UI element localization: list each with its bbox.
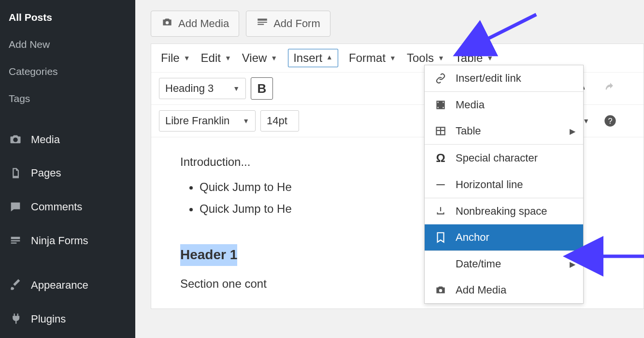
caret-down-icon: ▼ bbox=[184, 54, 190, 62]
insert-datetime[interactable]: Date/time ▶ bbox=[425, 251, 583, 277]
add-media-button[interactable]: Add Media bbox=[151, 11, 239, 37]
caret-down-icon: ▼ bbox=[438, 54, 444, 62]
hr-icon bbox=[434, 178, 447, 191]
insert-nbsp[interactable]: Nonbreaking space bbox=[425, 198, 583, 224]
main-area: Add Media Add Form File ▼ Edit ▼ View ▼ … bbox=[135, 0, 644, 338]
sidebar-item-users[interactable]: Users bbox=[0, 336, 135, 338]
svg-text:?: ? bbox=[608, 117, 612, 125]
caret-down-icon[interactable]: ▼ bbox=[583, 117, 589, 125]
link-icon bbox=[434, 72, 447, 85]
caret-up-icon: ▼ bbox=[326, 54, 333, 62]
sidebar-sub-categories[interactable]: Categories bbox=[0, 58, 135, 85]
camera-music-icon bbox=[434, 284, 447, 296]
caret-down-icon: ▼ bbox=[487, 54, 493, 62]
form-icon bbox=[9, 234, 22, 248]
sidebar-item-comments[interactable]: Comments bbox=[0, 190, 135, 224]
nbsp-icon bbox=[434, 205, 447, 218]
table-icon bbox=[434, 125, 447, 137]
help-button[interactable]: ? bbox=[599, 110, 621, 132]
add-form-button[interactable]: Add Form bbox=[246, 11, 330, 37]
film-icon bbox=[434, 99, 447, 111]
pages-icon bbox=[9, 166, 22, 180]
menu-edit[interactable]: Edit ▼ bbox=[201, 51, 231, 65]
font-size-select[interactable]: 14pt bbox=[260, 110, 299, 132]
sidebar-sub-all-posts[interactable]: All Posts bbox=[0, 4, 135, 31]
submenu-caret-icon: ▶ bbox=[570, 260, 575, 269]
sidebar-sub-tags[interactable]: Tags bbox=[0, 85, 135, 112]
insert-table[interactable]: Table ▶ bbox=[425, 118, 583, 144]
camera-icon bbox=[9, 132, 22, 146]
sidebar-label: Ninja Forms bbox=[31, 231, 88, 251]
bookmark-icon bbox=[434, 231, 447, 244]
caret-down-icon: ▼ bbox=[389, 54, 396, 62]
insert-dropdown: Insert/edit link Media Table ▶ Ω Special… bbox=[424, 65, 584, 304]
block-format-select[interactable]: Heading 3 ▼ bbox=[159, 78, 246, 99]
sidebar-item-appearance[interactable]: Appearance bbox=[0, 268, 135, 302]
redo-button[interactable] bbox=[599, 77, 621, 100]
sidebar-item-media[interactable]: Media bbox=[0, 123, 135, 157]
sidebar-item-plugins[interactable]: Plugins bbox=[0, 302, 135, 336]
font-family-select[interactable]: Libre Franklin ▼ bbox=[159, 110, 256, 132]
insert-hr[interactable]: Horizontal line bbox=[425, 172, 583, 198]
sidebar-item-pages[interactable]: Pages bbox=[0, 156, 135, 190]
menu-view[interactable]: View ▼ bbox=[242, 51, 277, 65]
insert-special-char[interactable]: Ω Special character bbox=[425, 145, 583, 172]
plug-icon bbox=[9, 312, 22, 325]
camera-music-icon bbox=[161, 16, 173, 31]
comment-icon bbox=[9, 200, 22, 214]
sidebar-label: Media bbox=[31, 130, 60, 150]
insert-add-media[interactable]: Add Media bbox=[425, 277, 583, 303]
annotation-arrow-1 bbox=[473, 10, 541, 50]
svg-line-2 bbox=[483, 15, 536, 41]
sidebar-label: Pages bbox=[31, 163, 61, 183]
sidebar-label: Comments bbox=[31, 197, 82, 217]
bold-button[interactable]: B bbox=[251, 77, 273, 100]
omega-icon: Ω bbox=[434, 151, 447, 165]
caret-down-icon: ▼ bbox=[233, 85, 240, 92]
media-buttons-row: Add Media Add Form bbox=[151, 11, 644, 37]
annotation-arrow-2 bbox=[589, 247, 644, 268]
admin-sidebar: All Posts Add New Categories Tags Media … bbox=[0, 0, 135, 338]
caret-down-icon: ▼ bbox=[225, 54, 231, 62]
content-header-1: Header 1 bbox=[180, 244, 237, 266]
menu-table[interactable]: Table ▼ bbox=[455, 51, 493, 65]
submenu-caret-icon: ▶ bbox=[570, 127, 575, 136]
menu-tools[interactable]: Tools ▼ bbox=[407, 51, 444, 65]
sidebar-label: Plugins bbox=[31, 309, 66, 329]
form-icon bbox=[256, 16, 269, 31]
menu-format[interactable]: Format ▼ bbox=[349, 51, 396, 65]
brush-icon bbox=[9, 279, 22, 292]
sidebar-item-ninja-forms[interactable]: Ninja Forms bbox=[0, 224, 135, 258]
insert-anchor[interactable]: Anchor bbox=[425, 224, 583, 250]
menu-file[interactable]: File ▼ bbox=[161, 51, 190, 65]
sidebar-label: Appearance bbox=[31, 275, 88, 295]
menu-insert[interactable]: Insert ▼ bbox=[288, 49, 338, 67]
caret-down-icon: ▼ bbox=[271, 54, 277, 62]
sidebar-sub-add-new[interactable]: Add New bbox=[0, 31, 135, 58]
insert-link[interactable]: Insert/edit link bbox=[425, 65, 583, 91]
insert-media[interactable]: Media bbox=[425, 92, 583, 118]
caret-down-icon: ▼ bbox=[243, 117, 249, 125]
